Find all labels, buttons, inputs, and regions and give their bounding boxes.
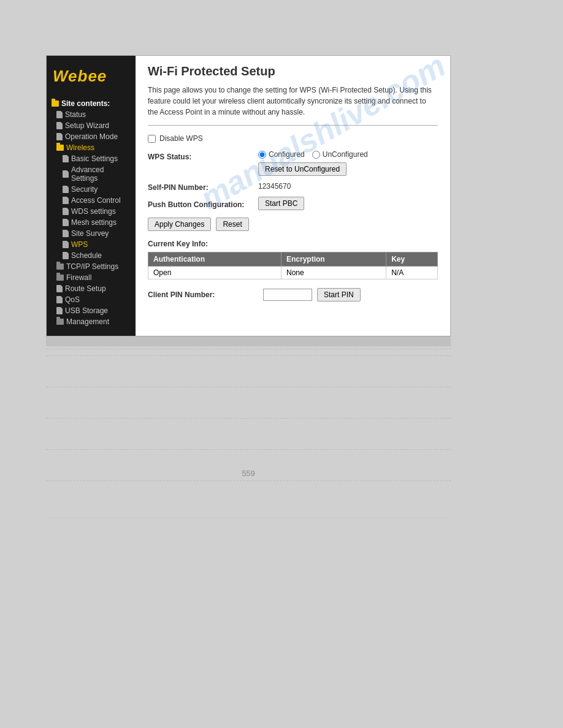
sidebar-item-qos[interactable]: QoS <box>47 294 136 305</box>
sidebar-item-schedule[interactable]: Schedule <box>47 250 136 261</box>
sidebar: Webee Site contents: Status Setup Wizard <box>47 56 136 336</box>
doc-icon-qos <box>56 296 63 303</box>
wps-status-row: WPS Status: Configured UnConfigured Rese… <box>148 150 438 176</box>
table-cell-key: N/A <box>386 267 438 279</box>
wps-status-label: WPS Status: <box>148 150 258 161</box>
dashed-line-5 <box>46 449 451 450</box>
below-content: 559 <box>46 336 451 518</box>
sidebar-item-advanced-settings[interactable]: Advanced Settings <box>47 164 136 184</box>
doc-icon-basic-settings <box>63 155 69 162</box>
sidebar-item-site-survey[interactable]: Site Survey <box>47 228 136 239</box>
sidebar-item-route-setup[interactable]: Route Setup <box>47 283 136 294</box>
key-table: Authentication Encryption Key Open None … <box>148 252 438 279</box>
gray-bar <box>46 336 451 346</box>
wps-status-value: Configured UnConfigured Reset to UnConfi… <box>258 150 438 176</box>
logo-text: Webee <box>53 67 107 86</box>
wps-configured-label[interactable]: Configured <box>258 150 305 159</box>
spacer-5 <box>46 487 451 518</box>
self-pin-label: Self-PIN Number: <box>148 181 258 192</box>
push-btn-row: Push Button Configuration: Start PBC <box>148 197 438 210</box>
wps-unconfigured-radio[interactable] <box>312 151 320 159</box>
wps-configured-radio[interactable] <box>258 151 266 159</box>
folder-icon-tcpip <box>56 264 64 270</box>
sidebar-item-usb-storage[interactable]: USB Storage <box>47 305 136 316</box>
logo-area: Webee <box>47 62 136 94</box>
table-row: Open None N/A <box>148 267 438 279</box>
spacer-2 <box>46 393 451 418</box>
sidebar-item-operation-mode[interactable]: Operation Mode <box>47 131 136 142</box>
sidebar-item-wds-settings[interactable]: WDS settings <box>47 206 136 217</box>
table-cell-enc: None <box>281 267 386 279</box>
nav-section-title: Site contents: <box>47 97 136 109</box>
doc-icon-access-control <box>63 197 69 204</box>
current-key-section: Current Key Info: Authentication Encrypt… <box>148 240 438 279</box>
sidebar-item-setup-wizard[interactable]: Setup Wizard <box>47 120 136 131</box>
doc-icon-schedule <box>63 252 69 259</box>
dashed-line-1 <box>46 349 451 349</box>
apply-changes-button[interactable]: Apply Changes <box>148 218 211 231</box>
dashed-line-6 <box>46 480 451 481</box>
sidebar-item-management[interactable]: Management <box>47 316 136 327</box>
doc-icon-site-survey <box>63 230 69 237</box>
reset-button[interactable]: Reset <box>216 218 248 231</box>
dashed-line-3 <box>46 387 451 387</box>
reset-to-unconfigured-button[interactable]: Reset to UnConfigured <box>258 162 347 176</box>
spacer-1 <box>46 362 451 387</box>
folder-icon-firewall <box>56 275 64 281</box>
apply-row: Apply Changes Reset <box>148 218 438 231</box>
disable-wps-checkbox[interactable] <box>148 135 156 143</box>
doc-icon-advanced-settings <box>63 170 69 178</box>
main-content: manualshlive.com Wi-Fi Protected Setup T… <box>136 56 450 336</box>
sidebar-item-basic-settings[interactable]: Basic Settings <box>47 153 136 164</box>
current-key-title: Current Key Info: <box>148 240 438 248</box>
spacer-3 <box>46 425 451 449</box>
table-header-enc: Encryption <box>281 252 386 267</box>
sidebar-item-status[interactable]: Status <box>47 109 136 120</box>
spacer-4: 559 <box>46 456 451 480</box>
sidebar-item-wireless[interactable]: Wireless <box>47 142 136 153</box>
doc-icon-wps <box>63 241 69 248</box>
page-title: Wi-Fi Protected Setup <box>148 64 438 78</box>
start-pbc-button[interactable]: Start PBC <box>258 197 304 210</box>
dashed-line-4 <box>46 418 451 419</box>
doc-icon-status <box>56 111 63 118</box>
doc-icon-usb-storage <box>56 307 63 314</box>
sidebar-item-access-control[interactable]: Access Control <box>47 195 136 206</box>
doc-icon-wds-settings <box>63 208 69 215</box>
sidebar-nav: Site contents: Status Setup Wizard Opera… <box>47 94 136 330</box>
wps-unconfigured-label[interactable]: UnConfigured <box>312 150 368 159</box>
sidebar-item-mesh-settings[interactable]: Mesh settings <box>47 217 136 228</box>
folder-icon-wireless <box>56 145 64 151</box>
push-button-label: Push Button Configuration: <box>148 198 258 209</box>
disable-wps-label[interactable]: Disable WPS <box>159 134 203 143</box>
push-button-value: Start PBC <box>258 197 438 210</box>
sidebar-item-security[interactable]: Security <box>47 184 136 195</box>
doc-icon-security <box>63 186 69 193</box>
solid-line <box>46 518 451 518</box>
client-pin-row: Client PIN Number: Start PIN <box>148 288 438 301</box>
page-description: This page allows you to change the setti… <box>148 85 438 126</box>
self-pin-row: Self-PIN Number: 12345670 <box>148 181 438 192</box>
folder-icon-management <box>56 319 64 325</box>
client-pin-input[interactable] <box>263 289 312 301</box>
self-pin-value: 12345670 <box>258 182 438 191</box>
doc-icon-mesh-settings <box>63 219 69 226</box>
center-text: 559 <box>46 469 451 480</box>
client-pin-label: Client PIN Number: <box>148 290 258 299</box>
table-header-row: Authentication Encryption Key <box>148 252 438 267</box>
dashed-line-2 <box>46 355 451 356</box>
start-pin-button[interactable]: Start PIN <box>317 288 361 301</box>
folder-icon-site <box>52 100 59 107</box>
table-cell-auth: Open <box>148 267 282 279</box>
table-header-key: Key <box>386 252 438 267</box>
doc-icon-setup-wizard <box>56 122 63 129</box>
sidebar-item-wps[interactable]: WPS <box>47 239 136 250</box>
disable-wps-row: Disable WPS <box>148 134 438 143</box>
table-header-auth: Authentication <box>148 252 282 267</box>
wps-status-radio-group: Configured UnConfigured <box>258 150 438 159</box>
doc-icon-route-setup <box>56 285 63 292</box>
sidebar-item-tcpip[interactable]: TCP/IP Settings <box>47 261 136 272</box>
sidebar-item-firewall[interactable]: Firewall <box>47 272 136 283</box>
doc-icon-operation-mode <box>56 133 63 140</box>
